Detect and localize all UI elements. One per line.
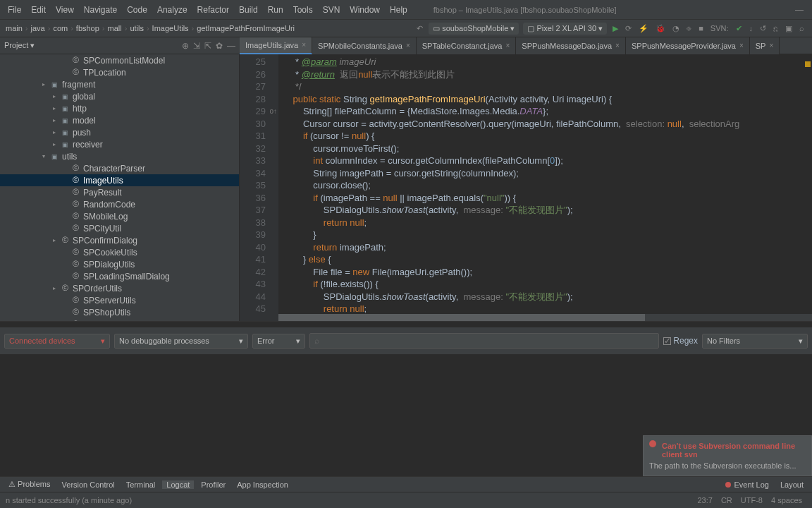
menu-window[interactable]: Window (345, 5, 385, 15)
process-select[interactable]: No debuggable processes▾ (114, 334, 248, 349)
attach-button[interactable]: ⎆ (683, 24, 695, 32)
svn-commit-icon[interactable]: ✔ (732, 24, 746, 33)
breadcrumb-item[interactable]: java (30, 24, 47, 32)
breadcrumb-item[interactable]: com (51, 24, 69, 32)
collapse-all-icon[interactable]: ⇲ (193, 41, 200, 51)
project-view-select[interactable]: Project ▾ (4, 41, 35, 50)
minimize-button[interactable]: — (789, 5, 809, 15)
breadcrumb-item[interactable]: main (4, 24, 24, 32)
menu-navigate[interactable]: Navigate (79, 5, 122, 15)
tree-node[interactable]: ▸▣model (0, 114, 239, 126)
stop-button[interactable]: ■ (695, 24, 707, 32)
tool-tab-version-control[interactable]: Version Control (58, 480, 119, 489)
editor-tab[interactable]: ImageUtils.java× (240, 37, 312, 54)
hide-icon[interactable]: — (227, 41, 235, 51)
expand-all-icon[interactable]: ⇱ (204, 41, 211, 51)
tree-node[interactable]: ⓒSPLoadingSmallDialog (0, 270, 239, 282)
run-config-device[interactable]: ▢ Pixel 2 XL API 30 ▾ (523, 23, 607, 35)
tree-node[interactable]: ▸ⓒSPOrderUtils (0, 282, 239, 294)
debug-button[interactable]: 🐞 (652, 24, 669, 33)
breadcrumb-item[interactable]: ImageUtils (151, 24, 190, 32)
avd-icon[interactable]: ▣ (782, 24, 796, 33)
filter-select[interactable]: No Filters▾ (702, 334, 808, 349)
profile-button[interactable]: ◔ (669, 24, 683, 33)
notification-popup[interactable]: Can't use Subversion command line client… (643, 435, 812, 476)
tree-node[interactable]: ▸ⓒSPConfirmDialog (0, 234, 239, 246)
code-area[interactable]: * @param imageUri * @return 返回null表示不能找到… (278, 54, 812, 321)
back-icon[interactable]: ↶ (413, 24, 426, 33)
tree-node[interactable]: ▸▣fragment (0, 78, 239, 90)
apply-changes-icon[interactable]: ⚡ (635, 24, 652, 33)
indent[interactable]: 4 spaces (767, 496, 806, 504)
run-config-module[interactable]: ▭ soubaoShopMobile ▾ (429, 23, 519, 35)
editor-tab[interactable]: SPMobileConstants.java× (312, 37, 417, 54)
editor-tab[interactable]: SP× (750, 37, 780, 54)
close-icon[interactable]: × (406, 42, 410, 49)
encoding[interactable]: UTF-8 (737, 496, 767, 504)
code-editor[interactable]: 2526272829303132333435363738394041424344… (240, 54, 812, 321)
close-icon[interactable]: × (615, 42, 620, 49)
select-opened-icon[interactable]: ⊕ (182, 41, 189, 51)
tree-node[interactable]: ⓒSPCommonListModel (0, 54, 239, 66)
editor-tab[interactable]: SPTableConstanct.java× (417, 37, 517, 54)
tree-node[interactable]: ⓒSPServerUtils (0, 294, 239, 306)
tree-node[interactable]: ⓒSPDialogUtils (0, 258, 239, 270)
close-icon[interactable]: × (739, 42, 744, 49)
tree-node[interactable]: ▸▣http (0, 102, 239, 114)
tool-tab-terminal[interactable]: Terminal (122, 480, 160, 489)
close-icon[interactable]: × (505, 42, 510, 49)
tool-tab-problems[interactable]: ⚠ Problems (4, 480, 55, 489)
line-ending[interactable]: CR (717, 496, 737, 504)
run-button[interactable]: ▶ (609, 24, 622, 33)
tree-node[interactable]: ⓒSPCityUtil (0, 222, 239, 234)
menu-run[interactable]: Run (263, 5, 288, 15)
tool-tab-logcat[interactable]: Logcat (162, 480, 194, 489)
device-select[interactable]: Connected devices▾ (4, 334, 110, 349)
editor-tab[interactable]: SPPushMessageProvider.java× (626, 37, 750, 54)
layout-tab[interactable]: Layout (776, 480, 808, 489)
tree-node[interactable]: ⓒSPCookieUtils (0, 246, 239, 258)
tree-node[interactable]: ⓒCharacterParser (0, 162, 239, 174)
log-search-input[interactable]: ⌕ (309, 333, 659, 349)
breadcrumb-item[interactable]: getImagePathFromImageUri (195, 24, 296, 32)
menu-code[interactable]: Code (122, 5, 152, 15)
tree-node[interactable]: ▸▣push (0, 126, 239, 138)
tree-node[interactable]: ⓒImageUtils (0, 174, 239, 186)
tree-node[interactable]: ▸▣receiver (0, 138, 239, 150)
tree-node[interactable]: ⓒPayResult (0, 186, 239, 198)
breadcrumb-item[interactable]: mall (106, 24, 123, 32)
menu-edit[interactable]: Edit (26, 5, 51, 15)
settings-icon[interactable]: ✿ (216, 41, 223, 51)
menu-file[interactable]: File (3, 5, 26, 15)
tree-node[interactable]: ⓒRandomCode (0, 198, 239, 210)
menu-view[interactable]: View (51, 5, 79, 15)
tool-tab-profiler[interactable]: Profiler (197, 480, 230, 489)
project-tree[interactable]: ⓒSPCommonListModelⓒTPLocation▸▣fragment▸… (0, 54, 240, 321)
error-stripe[interactable] (804, 54, 812, 321)
tree-node[interactable]: ⓒSPShopUtils (0, 306, 239, 318)
menu-refactor[interactable]: Refactor (192, 5, 234, 15)
regex-checkbox[interactable]: ✓Regex (663, 336, 698, 346)
caret-position[interactable]: 23:7 (693, 496, 716, 504)
editor-tab[interactable]: SPPushMessageDao.java× (516, 37, 626, 54)
menu-svn[interactable]: SVN (318, 5, 345, 15)
override-icon[interactable]: o↑ (269, 105, 277, 118)
event-log-tab[interactable]: Event Log (721, 480, 773, 489)
tree-node[interactable]: ▸▣global (0, 90, 239, 102)
tool-tab-app-inspection[interactable]: App Inspection (233, 480, 293, 489)
tree-node[interactable]: ⓒSMobileLog (0, 210, 239, 222)
search-icon[interactable]: ⌕ (796, 24, 808, 32)
svn-update-icon[interactable]: ↓ (746, 24, 757, 32)
breadcrumb-item[interactable]: utils (128, 24, 145, 32)
rerun-button[interactable]: ⟳ (622, 24, 635, 33)
sync-icon[interactable]: ⎌ (770, 24, 782, 32)
menu-tools[interactable]: Tools (288, 5, 318, 15)
tree-node[interactable]: ▾▣utils (0, 150, 239, 162)
svn-history-icon[interactable]: ↺ (756, 24, 770, 33)
log-level-select[interactable]: Error▾ (252, 334, 305, 349)
close-icon[interactable]: × (769, 42, 773, 49)
tree-node[interactable]: ⓒSPTypeUtil (0, 318, 239, 321)
close-icon[interactable]: × (302, 41, 306, 49)
horizontal-scrollbar[interactable] (278, 314, 812, 321)
breadcrumb-item[interactable]: fbshop (75, 24, 101, 32)
